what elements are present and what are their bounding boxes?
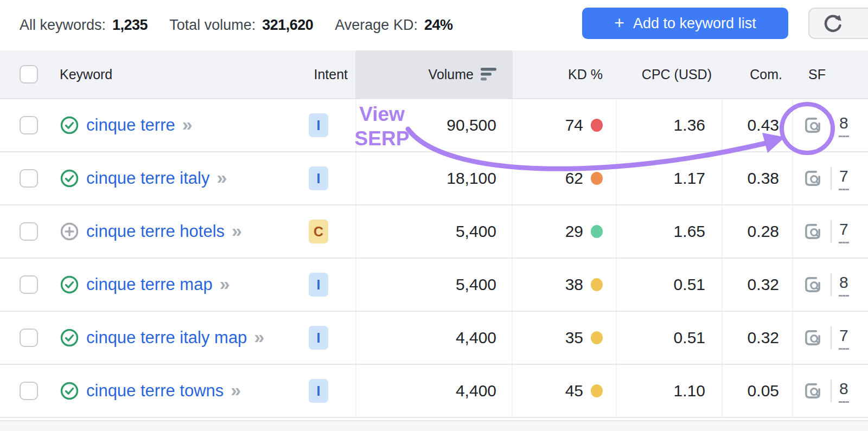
intent-badge: C [309, 220, 328, 243]
cpc-value: 1.65 [674, 222, 705, 241]
kd-value: 38 [565, 275, 583, 294]
view-serp-button[interactable] [802, 380, 824, 402]
view-serp-button[interactable] [802, 168, 824, 189]
view-serp-button[interactable] [802, 327, 824, 349]
select-all-checkbox[interactable] [20, 65, 38, 83]
column-header-label: Keyword [60, 67, 112, 82]
add-button-label: Add to keyword list [633, 15, 756, 32]
next-row-edge [0, 420, 868, 431]
plus-circle-icon[interactable] [60, 222, 79, 241]
refresh-button[interactable] [808, 8, 868, 39]
check-circle-icon [60, 381, 79, 401]
serp-features-count[interactable]: 8 [839, 114, 849, 137]
serp-preview-icon [802, 221, 824, 242]
column-header-keyword[interactable]: Keyword [49, 50, 301, 98]
expand-keyword-icon[interactable]: » [216, 168, 227, 186]
column-header-intent[interactable]: Intent [301, 50, 355, 98]
serp-features-count[interactable]: 7 [839, 167, 849, 190]
kd-difficulty-dot [591, 225, 603, 238]
keyword-link[interactable]: cinque terre hotels [86, 222, 225, 241]
view-serp-button[interactable] [802, 274, 824, 295]
column-header-label: KD % [568, 67, 603, 82]
expand-keyword-icon[interactable]: » [182, 115, 193, 133]
table-header-row: Keyword Intent Volume KD % CPC (USD) Com… [0, 50, 868, 99]
expand-keyword-icon[interactable]: » [254, 327, 264, 346]
table-row: cinque terre towns » I 4,400 45 1.10 0.0… [0, 365, 868, 418]
cpc-value: 0.51 [674, 275, 705, 294]
serp-features-count[interactable]: 8 [839, 273, 849, 297]
check-circle-icon [60, 328, 79, 348]
keyword-link[interactable]: cinque terre towns [86, 381, 224, 401]
divider [831, 114, 832, 137]
table-row: cinque terre hotels » C 5,400 29 1.65 0.… [0, 205, 868, 259]
plus-icon: + [614, 14, 624, 31]
view-serp-button[interactable] [802, 114, 824, 136]
kd-value: 62 [565, 169, 583, 188]
serp-preview-icon [802, 168, 824, 189]
row-checkbox[interactable] [20, 329, 38, 347]
stat-label: All keywords: [20, 17, 106, 34]
stat-value: 1,235 [112, 17, 148, 34]
serp-preview-icon [802, 380, 824, 402]
serp-features-count[interactable]: 8 [839, 379, 849, 403]
row-checkbox[interactable] [20, 222, 38, 241]
expand-keyword-icon[interactable]: » [231, 381, 241, 399]
serp-features-count[interactable]: 7 [839, 220, 849, 243]
add-to-keyword-list-button[interactable]: + Add to keyword list [582, 8, 788, 39]
serp-features-count[interactable]: 7 [839, 326, 849, 350]
serp-preview-icon [802, 327, 824, 349]
stat-label: Average KD: [335, 17, 418, 34]
view-serp-button[interactable] [802, 221, 824, 242]
column-header-label: Volume [429, 67, 474, 82]
expand-keyword-icon[interactable]: » [220, 274, 230, 293]
intent-badge: I [309, 273, 328, 297]
table-row: cinque terre italy map » I 4,400 35 0.51… [0, 312, 868, 365]
kd-difficulty-dot [591, 172, 603, 185]
column-header-com[interactable]: Com. [722, 50, 792, 98]
com-value: 0.05 [748, 382, 779, 400]
kd-difficulty-dot [591, 278, 603, 291]
column-header-cpc[interactable]: CPC (USD) [616, 50, 722, 98]
summary-stats: All keywords: 1,235 Total volume: 321,62… [0, 17, 452, 34]
cpc-value: 1.36 [674, 116, 705, 134]
header-checkbox-cell [0, 50, 49, 98]
column-header-sf[interactable]: SF [792, 50, 868, 98]
row-checkbox[interactable] [20, 382, 38, 400]
divider [831, 220, 832, 243]
column-header-label: SF [808, 67, 826, 82]
intent-badge: I [309, 166, 328, 190]
kd-difficulty-dot [591, 119, 603, 132]
table-row: cinque terre map » I 5,400 38 0.51 0.32 … [0, 259, 868, 312]
expand-keyword-icon[interactable]: » [232, 221, 242, 240]
kd-value: 45 [565, 382, 583, 400]
intent-badge: I [309, 326, 328, 350]
intent-badge: I [309, 379, 328, 403]
serp-preview-icon [802, 274, 824, 295]
keyword-link[interactable]: cinque terre italy map [86, 328, 247, 348]
divider [831, 273, 832, 296]
volume-value: 18,100 [446, 169, 496, 188]
com-value: 0.43 [748, 116, 779, 134]
stat-label: Total volume: [169, 17, 256, 34]
keyword-link[interactable]: cinque terre map [86, 275, 213, 294]
column-header-volume[interactable]: Volume [355, 50, 513, 98]
row-checkbox[interactable] [20, 169, 38, 188]
kd-value: 74 [565, 116, 583, 134]
table-row: cinque terre » I 90,500 74 1.36 0.43 8 [0, 99, 868, 152]
column-header-kd[interactable]: KD % [513, 50, 616, 98]
row-checkbox[interactable] [20, 116, 38, 134]
row-checkbox[interactable] [20, 275, 38, 294]
check-circle-icon [60, 275, 79, 294]
table-row: cinque terre italy » I 18,100 62 1.17 0.… [0, 152, 868, 205]
check-circle-icon [60, 115, 79, 135]
keyword-link[interactable]: cinque terre [86, 115, 175, 135]
com-value: 0.38 [748, 169, 779, 188]
intent-badge: I [309, 113, 328, 137]
stat-all-keywords: All keywords: 1,235 [20, 17, 148, 34]
volume-value: 5,400 [456, 275, 496, 294]
column-header-label: Com. [750, 67, 782, 82]
stat-value: 321,620 [262, 17, 313, 34]
serp-preview-icon [802, 114, 824, 136]
volume-value: 4,400 [456, 329, 496, 347]
keyword-link[interactable]: cinque terre italy [86, 169, 209, 188]
